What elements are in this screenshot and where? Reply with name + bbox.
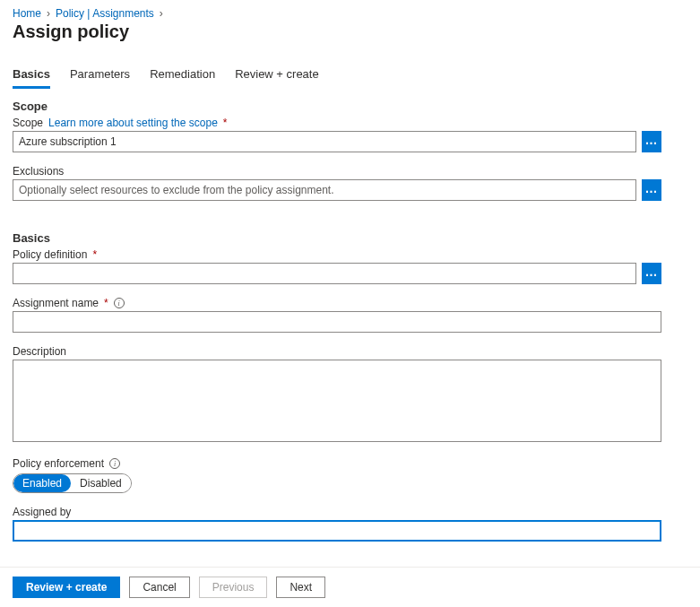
toggle-disabled[interactable]: Disabled [71,474,131,492]
exclusions-picker-button[interactable]: … [642,179,661,201]
description-textarea[interactable] [13,360,661,442]
description-label: Description [13,345,66,358]
scope-input[interactable] [13,131,636,152]
footer-actions: Review + create Cancel Previous Next [0,567,700,607]
next-button[interactable]: Next [276,577,325,598]
required-indicator: * [223,117,228,129]
info-icon[interactable]: i [114,298,125,308]
required-indicator: * [92,248,97,261]
policy-enforcement-toggle[interactable]: Enabled Disabled [13,473,132,493]
section-basics-title: Basics [13,231,661,245]
scope-picker-button[interactable]: … [642,131,661,152]
assigned-by-label: Assigned by [13,506,71,518]
tabs: Basics Parameters Remediation Review + c… [13,67,687,89]
breadcrumb-home[interactable]: Home [13,7,41,20]
previous-button: Previous [199,577,268,598]
policy-definition-input[interactable] [13,263,636,284]
page-title: Assign policy [13,22,687,42]
breadcrumb: Home › Policy | Assignments › [13,7,687,20]
ellipsis-icon: … [645,182,659,195]
assignment-name-input[interactable] [13,311,661,333]
exclusions-label: Exclusions [13,165,64,178]
chevron-right-icon: › [47,7,50,20]
required-indicator: * [104,297,108,309]
exclusions-input[interactable] [13,179,636,201]
assignment-name-label: Assignment name [13,297,99,309]
chevron-right-icon: › [160,7,163,20]
policy-definition-picker-button[interactable]: … [642,263,661,284]
info-icon[interactable]: i [109,458,120,469]
toggle-enabled[interactable]: Enabled [13,474,71,492]
scope-label-row: Scope Learn more about setting the scope… [13,117,661,129]
policy-definition-label: Policy definition [13,248,87,261]
tab-remediation[interactable]: Remediation [150,67,215,89]
policy-enforcement-label: Policy enforcement [13,457,104,470]
ellipsis-icon: … [645,134,659,146]
ellipsis-icon: … [645,265,659,278]
tab-parameters[interactable]: Parameters [70,67,130,89]
breadcrumb-policy-assignments[interactable]: Policy | Assignments [56,7,154,20]
tab-basics[interactable]: Basics [13,67,50,89]
section-scope-title: Scope [13,100,661,113]
review-create-button[interactable]: Review + create [13,577,120,598]
scope-label: Scope [13,117,43,129]
scope-learn-more-link[interactable]: Learn more about setting the scope [48,117,218,129]
tab-review-create[interactable]: Review + create [235,67,319,89]
assigned-by-input[interactable] [13,520,661,542]
cancel-button[interactable]: Cancel [129,577,189,598]
